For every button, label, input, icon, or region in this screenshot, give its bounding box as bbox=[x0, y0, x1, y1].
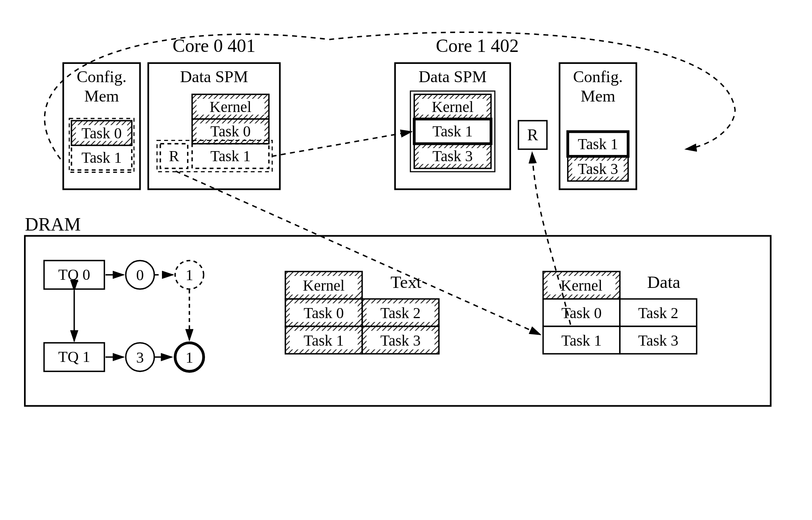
core0-r-label: R bbox=[169, 148, 179, 165]
core1-config-mem-label-1: Config. bbox=[573, 67, 623, 86]
text-kernel: Kernel bbox=[303, 277, 345, 294]
text-task0: Task 0 bbox=[304, 305, 344, 322]
core1-r-label: R bbox=[527, 126, 538, 144]
data-task1: Task 1 bbox=[561, 332, 602, 349]
node-0-label: 0 bbox=[136, 267, 144, 284]
core1-data-spm-label: Data SPM bbox=[418, 67, 487, 86]
core0-config-mem-label-2: Mem bbox=[84, 87, 119, 105]
data-section-title: Data bbox=[647, 272, 680, 292]
core0-spm-task0: Task 0 bbox=[210, 123, 251, 140]
text-task2: Task 2 bbox=[380, 305, 421, 322]
core0-cfg-task1-label: Task 1 bbox=[81, 149, 122, 166]
tq1-label: TQ 1 bbox=[58, 348, 90, 365]
core0-cfg-task0-label: Task 0 bbox=[81, 125, 122, 142]
node-3-label: 3 bbox=[136, 349, 144, 366]
diagram-root: Core 0 401 Core 1 402 Config. Mem Task 0… bbox=[0, 0, 812, 520]
core1-config-mem-label-2: Mem bbox=[581, 87, 616, 105]
core1-cfg-task1: Task 1 bbox=[578, 136, 618, 153]
core0-spm-task1: Task 1 bbox=[210, 148, 251, 165]
data-task3: Task 3 bbox=[638, 332, 678, 349]
text-task1: Task 1 bbox=[304, 332, 344, 349]
node-1a-label: 1 bbox=[186, 267, 193, 284]
core0-title: Core 0 401 bbox=[173, 35, 256, 56]
core1-spm-task1: Task 1 bbox=[432, 123, 473, 140]
arrow-c0task1-c1task1 bbox=[272, 132, 411, 157]
core0-spm-kernel: Kernel bbox=[210, 98, 251, 115]
data-kernel: Kernel bbox=[561, 277, 602, 294]
core0-config-mem-label-1: Config. bbox=[77, 67, 127, 86]
node-1b-label: 1 bbox=[186, 349, 193, 366]
core1-spm-kernel: Kernel bbox=[432, 98, 473, 115]
core1-spm-task3: Task 3 bbox=[432, 148, 473, 165]
text-section-title: Text bbox=[391, 272, 421, 292]
core1-cfg-task3: Task 3 bbox=[578, 160, 618, 177]
core0-data-spm-label: Data SPM bbox=[180, 67, 248, 86]
text-task3: Task 3 bbox=[380, 332, 421, 349]
tq0-label: TQ 0 bbox=[58, 266, 90, 283]
core1-title: Core 1 402 bbox=[436, 35, 519, 56]
dram-label: DRAM bbox=[25, 214, 81, 234]
data-task2: Task 2 bbox=[638, 305, 678, 322]
